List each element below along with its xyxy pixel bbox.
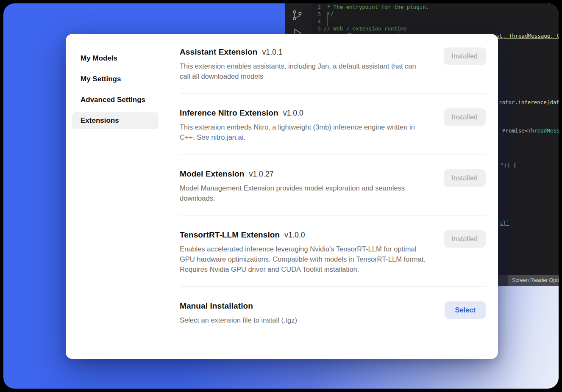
extension-name: TensortRT-LLM Extension xyxy=(180,230,280,239)
installed-button[interactable]: Installed xyxy=(444,108,486,126)
extension-version: v1.0.27 xyxy=(249,170,273,178)
cursor-indent-guide xyxy=(327,12,328,26)
settings-sidebar: My Models My Settings Advanced Settings … xyxy=(66,34,165,359)
row-divider xyxy=(180,93,486,94)
installed-button[interactable]: Installed xyxy=(444,47,486,65)
extension-title: Assistant Extensionv1.0.1 xyxy=(180,47,428,57)
screenshot-canvas: 2 3 4 5 6 * The entrypoint for the plugi… xyxy=(0,0,562,392)
code-line-comment: * The entrypoint for the plugin. xyxy=(324,3,429,11)
code-token: rator. xyxy=(499,99,518,105)
code-token: t}` xyxy=(500,220,509,226)
screen-reader-optimized-badge[interactable]: Screen Reader Optimized xyxy=(508,275,559,286)
line-number: 3 xyxy=(311,11,321,18)
line-number: 5 xyxy=(311,25,321,32)
extension-row-assistant: Assistant Extensionv1.0.1 This extension… xyxy=(180,47,486,81)
code-token: ")) { xyxy=(501,162,517,168)
line-number: 4 xyxy=(311,18,321,25)
code-fragment-template: t}` xyxy=(500,219,509,226)
extension-version: v1.0.0 xyxy=(284,231,305,239)
manual-installation-row: Manual Installation Select an extension … xyxy=(180,301,486,325)
sidebar-item-my-models[interactable]: My Models xyxy=(72,50,159,67)
code-line-comment: */ xyxy=(324,11,334,18)
code-token: ThreadMessage xyxy=(528,127,559,134)
extension-description: This extension embeds Nitro, a lightweig… xyxy=(180,122,428,142)
extension-name: Inference Nitro Extension xyxy=(180,108,278,117)
extension-title: TensortRT-LLM Extensionv1.0.0 xyxy=(180,230,428,240)
source-control-icon[interactable] xyxy=(291,9,303,22)
code-line-comment: // Web / extension runtime xyxy=(324,25,407,32)
extension-title: Inference Nitro Extensionv1.0.0 xyxy=(180,108,428,118)
manual-installation-description: Select an extension file to install (.tg… xyxy=(180,315,297,325)
extension-description: This extension enables assistants, inclu… xyxy=(180,61,428,81)
select-file-button[interactable]: Select xyxy=(445,301,486,319)
extension-description: Model Management Extension provides mode… xyxy=(180,183,428,203)
code-token: Promise xyxy=(502,127,525,134)
code-fragment-string: ")) { xyxy=(501,162,517,169)
installed-button[interactable]: Installed xyxy=(444,230,486,248)
manual-installation-title: Manual Installation xyxy=(180,301,297,311)
sidebar-item-advanced-settings[interactable]: Advanced Settings xyxy=(72,91,159,108)
extension-version: v1.0.1 xyxy=(262,48,283,56)
nitro-jan-ai-link[interactable]: nitro.jan.ai. xyxy=(211,133,245,141)
code-token: data xyxy=(550,99,559,105)
extension-name: Assistant Extension xyxy=(180,47,258,56)
row-divider xyxy=(180,215,486,215)
extension-title: Model Extensionv1.0.27 xyxy=(180,169,428,179)
extension-description: Enables accelerated inference leveraging… xyxy=(180,244,428,274)
extension-row-inference-nitro: Inference Nitro Extensionv1.0.0 This ext… xyxy=(180,108,486,142)
code-token: inference xyxy=(518,99,547,105)
sidebar-item-extensions[interactable]: Extensions xyxy=(72,112,159,129)
line-number: 2 xyxy=(311,3,321,11)
extension-row-tensorrt-llm: TensortRT-LLM Extensionv1.0.0 Enables ac… xyxy=(180,230,486,274)
installed-button[interactable]: Installed xyxy=(444,169,486,187)
extensions-panel: Assistant Extensionv1.0.1 This extension… xyxy=(165,34,498,359)
row-divider xyxy=(180,154,486,155)
extension-row-model: Model Extensionv1.0.27 Model Management … xyxy=(180,169,486,203)
settings-modal: My Models My Settings Advanced Settings … xyxy=(66,34,498,359)
code-fragment-inference: rator.inference(data)); xyxy=(499,99,559,106)
extension-version: v1.0.0 xyxy=(283,109,303,117)
extension-name: Model Extension xyxy=(180,169,244,178)
row-divider xyxy=(180,286,486,287)
sidebar-item-my-settings[interactable]: My Settings xyxy=(72,71,159,88)
code-fragment-promise: Promise<ThreadMessage> xyxy=(502,127,559,134)
